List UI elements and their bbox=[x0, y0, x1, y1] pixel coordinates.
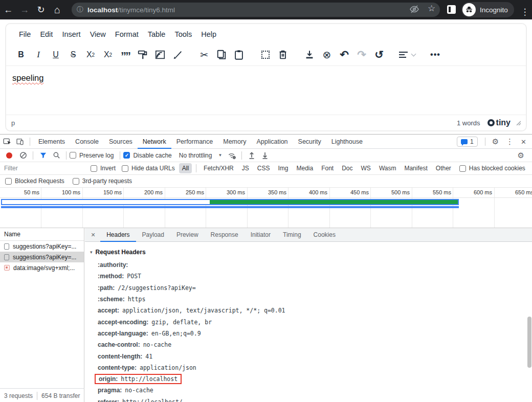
menu-help[interactable]: Help bbox=[196, 27, 221, 41]
details-close-icon[interactable]: × bbox=[85, 231, 100, 239]
tab-sources[interactable]: Sources bbox=[104, 135, 138, 149]
third-party-checkbox[interactable] bbox=[73, 178, 79, 185]
misspelled-word[interactable]: speeling bbox=[12, 73, 43, 82]
restore-draft-icon[interactable]: ↺ bbox=[372, 48, 386, 61]
filter-chip-all[interactable]: All bbox=[179, 163, 192, 173]
preserve-log-checkbox[interactable] bbox=[70, 152, 76, 159]
italic-icon[interactable]: I bbox=[32, 48, 45, 61]
tab-lighthouse[interactable]: Lighthouse bbox=[326, 135, 368, 149]
filter-input[interactable] bbox=[4, 164, 83, 173]
side-panel-icon[interactable] bbox=[447, 5, 456, 14]
tab-console[interactable]: Console bbox=[70, 135, 104, 149]
devtools-settings-gear-icon[interactable]: ⚙ bbox=[489, 137, 502, 146]
filter-chip-ws[interactable]: WS bbox=[358, 163, 374, 173]
word-count[interactable]: 1 words bbox=[457, 119, 480, 127]
menu-file[interactable]: File bbox=[14, 27, 35, 41]
tab-elements[interactable]: Elements bbox=[33, 135, 70, 149]
resize-handle-icon[interactable] bbox=[516, 120, 521, 125]
filter-chip-wasm[interactable]: Wasm bbox=[376, 163, 400, 173]
third-party-label[interactable]: 3rd-party requests bbox=[82, 177, 132, 185]
menu-format[interactable]: Format bbox=[110, 27, 143, 41]
tab-network[interactable]: Network bbox=[138, 135, 171, 149]
tiny-logo[interactable]: tiny bbox=[487, 118, 511, 127]
filter-chip-other[interactable]: Other bbox=[433, 163, 454, 173]
reload-icon[interactable]: ↻ bbox=[33, 2, 49, 18]
preserve-log-label[interactable]: Preserve log bbox=[79, 152, 114, 159]
devtools-kebab-icon[interactable]: ⋮ bbox=[502, 137, 517, 146]
site-info-icon[interactable]: ⓘ bbox=[77, 5, 83, 14]
tab-cookies[interactable]: Cookies bbox=[307, 228, 342, 242]
home-icon[interactable]: ⌂ bbox=[49, 2, 65, 18]
bookmark-star-icon[interactable]: ☆ bbox=[428, 3, 435, 14]
blockquote-icon[interactable]: ”” bbox=[119, 48, 132, 61]
menu-tools[interactable]: Tools bbox=[170, 27, 196, 41]
cut-icon[interactable]: ✂ bbox=[197, 48, 211, 61]
details-scrollbar[interactable] bbox=[527, 243, 531, 401]
brush-icon[interactable] bbox=[171, 48, 184, 61]
search-icon[interactable] bbox=[50, 149, 63, 162]
delete-icon[interactable] bbox=[276, 48, 290, 61]
editor-content-area[interactable]: speeling bbox=[6, 65, 526, 115]
tab-response[interactable]: Response bbox=[205, 228, 245, 242]
filter-chip-doc[interactable]: Doc bbox=[339, 163, 356, 173]
invert-checkbox[interactable] bbox=[91, 165, 97, 172]
back-icon[interactable]: ← bbox=[0, 2, 16, 18]
disable-cache-checkbox[interactable]: ✓ bbox=[123, 152, 130, 159]
strikethrough-icon[interactable]: S bbox=[66, 48, 80, 61]
filter-chip-manifest[interactable]: Manifest bbox=[401, 163, 430, 173]
tab-security[interactable]: Security bbox=[293, 135, 326, 149]
request-headers-title-row[interactable]: ▾ Request Headers bbox=[90, 247, 532, 257]
bold-icon[interactable]: B bbox=[14, 48, 28, 61]
copy-icon[interactable] bbox=[215, 48, 228, 61]
name-column-header[interactable]: Name bbox=[0, 228, 84, 241]
hide-data-urls-checkbox[interactable] bbox=[122, 165, 128, 172]
network-conditions-icon[interactable] bbox=[225, 149, 238, 162]
undo-icon[interactable]: ↶ bbox=[338, 48, 351, 61]
browser-menu-kebab-icon[interactable]: ⋮ bbox=[517, 4, 532, 20]
menu-edit[interactable]: Edit bbox=[35, 27, 57, 41]
paste-icon[interactable] bbox=[232, 48, 246, 61]
element-path[interactable]: p bbox=[11, 119, 15, 127]
underline-icon[interactable]: U bbox=[49, 48, 62, 61]
filter-chip-css[interactable]: CSS bbox=[254, 163, 273, 173]
filter-chip-js[interactable]: JS bbox=[239, 163, 252, 173]
filter-chip-media[interactable]: Media bbox=[293, 163, 316, 173]
blocked-requests-label[interactable]: Blocked Requests bbox=[15, 177, 64, 185]
clear-icon[interactable] bbox=[16, 149, 30, 162]
menu-insert[interactable]: Insert bbox=[57, 27, 85, 41]
tab-preview[interactable]: Preview bbox=[170, 228, 205, 242]
filter-chip-fetch-xhr[interactable]: Fetch/XHR bbox=[201, 163, 237, 173]
forward-icon[interactable]: → bbox=[16, 2, 33, 18]
record-icon[interactable] bbox=[6, 152, 12, 159]
import-har-icon[interactable] bbox=[245, 149, 258, 162]
align-dropdown-icon[interactable] bbox=[399, 48, 415, 61]
invert-label[interactable]: Invert bbox=[100, 165, 116, 172]
blocked-requests-checkbox[interactable] bbox=[5, 178, 12, 185]
subscript-icon[interactable]: X2 bbox=[84, 48, 97, 61]
request-row[interactable]: suggestions?apiKey=... bbox=[0, 241, 84, 252]
issues-badge[interactable]: 1 bbox=[457, 137, 478, 147]
has-blocked-cookies-checkbox[interactable] bbox=[459, 165, 466, 172]
export-har-icon[interactable] bbox=[258, 149, 272, 162]
network-overview-timeline[interactable]: 50 ms 100 ms 150 ms 200 ms 250 ms 300 ms… bbox=[0, 188, 532, 228]
tab-initiator[interactable]: Initiator bbox=[245, 228, 277, 242]
cancel-icon[interactable]: ⊗ bbox=[320, 48, 334, 61]
disable-cache-label[interactable]: Disable cache bbox=[133, 152, 171, 159]
request-row[interactable]: data:image/svg+xml;... bbox=[0, 262, 84, 273]
format-painter-icon[interactable] bbox=[136, 48, 149, 61]
has-blocked-cookies-label[interactable]: Has blocked cookies bbox=[469, 165, 525, 172]
hide-data-urls-label[interactable]: Hide data URLs bbox=[131, 165, 175, 172]
tab-memory[interactable]: Memory bbox=[218, 135, 251, 149]
tab-payload[interactable]: Payload bbox=[136, 228, 170, 242]
tab-headers[interactable]: Headers bbox=[100, 228, 136, 242]
devtools-close-icon[interactable]: ✕ bbox=[517, 138, 530, 146]
menu-table[interactable]: Table bbox=[143, 27, 170, 41]
throttling-select[interactable]: No throttling bbox=[179, 152, 212, 159]
filter-funnel-icon[interactable] bbox=[36, 149, 50, 162]
tab-performance[interactable]: Performance bbox=[171, 135, 218, 149]
save-icon[interactable] bbox=[303, 48, 316, 61]
superscript-icon[interactable]: X2 bbox=[101, 48, 115, 61]
tab-application[interactable]: Application bbox=[251, 135, 293, 149]
filter-chip-font[interactable]: Font bbox=[318, 163, 337, 173]
filter-chip-img[interactable]: Img bbox=[275, 163, 291, 173]
